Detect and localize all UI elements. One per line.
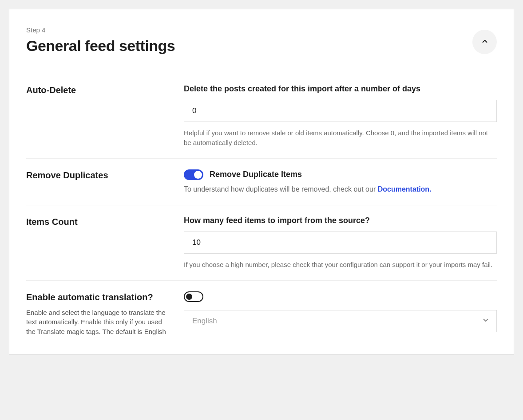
auto-delete-heading: Delete the posts created for this import…	[184, 84, 497, 94]
items-count-label-col: Items Count	[26, 216, 184, 270]
remove-duplicates-row: Remove Duplicates Remove Duplicate Items…	[26, 159, 497, 205]
page-title: General feed settings	[26, 37, 175, 55]
items-count-input[interactable]	[184, 232, 497, 254]
auto-delete-row: Auto-Delete Delete the posts created for…	[26, 82, 497, 159]
auto-delete-label-col: Auto-Delete	[26, 84, 184, 148]
translation-sublabel: Enable and select the language to transl…	[26, 308, 170, 337]
remove-duplicates-help-prefix: To understand how duplicates will be rem…	[184, 185, 378, 193]
auto-delete-input[interactable]	[184, 100, 497, 122]
translation-toggle[interactable]	[184, 291, 203, 302]
items-count-row: Items Count How many feed items to impor…	[26, 205, 497, 281]
toggle-knob	[186, 294, 192, 300]
auto-delete-label: Auto-Delete	[26, 84, 170, 96]
toggle-knob	[194, 171, 202, 179]
items-count-field-col: How many feed items to import from the s…	[184, 216, 497, 270]
remove-duplicates-toggle[interactable]	[184, 169, 203, 180]
step-label: Step 4	[26, 26, 175, 34]
section-header: Step 4 General feed settings	[26, 26, 497, 69]
remove-duplicates-label-col: Remove Duplicates	[26, 169, 184, 194]
remove-duplicates-toggle-row: Remove Duplicate Items	[184, 169, 497, 180]
items-count-label: Items Count	[26, 216, 170, 228]
translation-toggle-wrap	[184, 291, 497, 302]
documentation-link[interactable]: Documentation.	[378, 185, 432, 193]
items-count-help: If you choose a high number, please chec…	[184, 260, 497, 270]
translation-label-col: Enable automatic translation? Enable and…	[26, 291, 184, 337]
items-count-heading: How many feed items to import from the s…	[184, 216, 497, 225]
settings-card: Step 4 General feed settings Auto-Delete…	[9, 9, 514, 355]
remove-duplicates-help: To understand how duplicates will be rem…	[184, 184, 497, 194]
language-select-wrap: English	[184, 310, 497, 332]
translation-label: Enable automatic translation?	[26, 291, 170, 303]
remove-duplicates-label: Remove Duplicates	[26, 169, 170, 181]
collapse-button[interactable]	[472, 30, 497, 54]
translation-field-col: English	[184, 291, 497, 337]
header-text-block: Step 4 General feed settings	[26, 26, 175, 55]
auto-delete-help: Helpful if you want to remove stale or o…	[184, 128, 497, 148]
chevron-up-icon	[481, 37, 489, 47]
language-select[interactable]: English	[184, 310, 497, 332]
auto-delete-field-col: Delete the posts created for this import…	[184, 84, 497, 148]
remove-duplicates-toggle-label: Remove Duplicate Items	[210, 170, 302, 179]
remove-duplicates-field-col: Remove Duplicate Items To understand how…	[184, 169, 497, 194]
translation-row: Enable automatic translation? Enable and…	[26, 281, 497, 341]
